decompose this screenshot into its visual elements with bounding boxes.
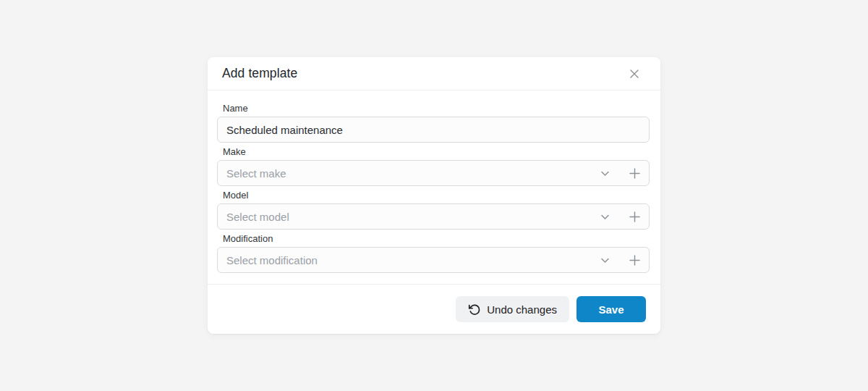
- close-icon: [629, 69, 639, 79]
- modification-select-icons: [599, 254, 641, 266]
- make-select-placeholder: Select make: [226, 167, 286, 180]
- modification-select[interactable]: Select modification: [217, 247, 650, 273]
- chevron-down-icon[interactable]: [599, 211, 611, 223]
- model-select[interactable]: Select model: [217, 203, 650, 230]
- make-field-group: Make Select make: [217, 147, 650, 186]
- modal-footer: Undo changes Save: [208, 284, 660, 334]
- plus-icon[interactable]: [629, 167, 641, 180]
- modification-field-label: Modification: [223, 234, 650, 243]
- chevron-down-icon[interactable]: [599, 254, 611, 266]
- make-select[interactable]: Select make: [217, 160, 650, 186]
- model-field-group: Model Select model: [217, 190, 650, 230]
- close-button[interactable]: [626, 66, 642, 82]
- model-field-label: Model: [223, 190, 650, 200]
- undo-changes-button[interactable]: Undo changes: [456, 296, 569, 322]
- model-select-placeholder: Select model: [226, 211, 289, 223]
- modal-title: Add template: [222, 66, 297, 81]
- make-select-icons: [599, 167, 641, 180]
- make-field-label: Make: [223, 147, 650, 156]
- name-input[interactable]: [217, 117, 650, 143]
- modification-select-placeholder: Select modification: [226, 254, 318, 266]
- add-template-modal: Add template Name Make Select make: [208, 57, 660, 334]
- model-select-icons: [599, 211, 641, 223]
- undo-arrow-icon: [468, 303, 480, 316]
- modal-header: Add template: [208, 57, 660, 91]
- name-field-group: Name: [217, 104, 650, 143]
- modal-body: Name Make Select make: [208, 91, 660, 284]
- save-button[interactable]: Save: [576, 296, 646, 322]
- plus-icon[interactable]: [629, 211, 641, 223]
- chevron-down-icon[interactable]: [599, 167, 611, 180]
- plus-icon[interactable]: [629, 254, 641, 266]
- modification-field-group: Modification Select modification: [217, 234, 650, 273]
- name-field-label: Name: [223, 104, 650, 113]
- undo-changes-label: Undo changes: [487, 303, 557, 316]
